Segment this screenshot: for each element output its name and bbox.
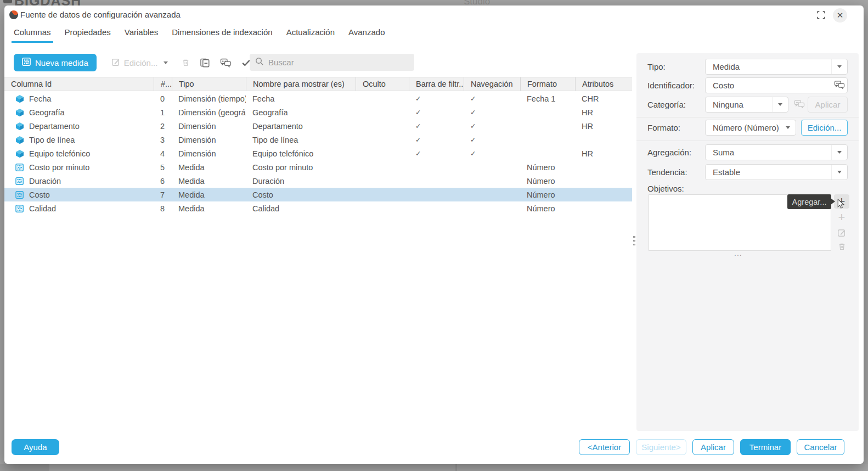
translate-icon[interactable] <box>220 58 232 68</box>
header-nombre[interactable]: Nombre para mostrar (es) <box>246 77 356 91</box>
abacus-icon <box>22 57 31 68</box>
tab-dimensiones-indexacion[interactable]: Dimensiones de indexación <box>170 24 274 43</box>
tab-avanzado[interactable]: Avanzado <box>346 24 387 43</box>
formato-select[interactable]: Número (Número) <box>705 120 796 136</box>
translate-icon-disabled <box>794 99 805 110</box>
table-row[interactable]: Equipo telefónico4DimensiónEquipo telefó… <box>4 147 632 160</box>
header-tipo[interactable]: Tipo <box>172 77 246 91</box>
column-id-cell: Costo <box>4 190 154 199</box>
column-id-cell: Calidad <box>4 204 154 213</box>
tipo-select[interactable]: Medida <box>705 59 848 75</box>
nombre-cell: Calidad <box>246 204 356 213</box>
panel-splitter-handle[interactable] <box>633 236 635 245</box>
apply-button[interactable]: Aplicar <box>692 439 734 455</box>
edicion-formato-button[interactable]: Edición... <box>801 120 848 136</box>
nombre-cell: Equipo telefónico <box>246 149 356 158</box>
nombre-cell: Departamento <box>246 122 356 131</box>
barra-filtro-cell: ✓ <box>409 149 464 158</box>
formato-cell: Fecha 1 <box>520 94 575 103</box>
header-atributos[interactable]: Atributos <box>575 77 632 91</box>
tipo-cell: Medida <box>172 177 246 186</box>
tipo-cell: Dimensión <box>172 149 246 158</box>
tipo-label: Tipo: <box>647 62 666 71</box>
translate-icon[interactable] <box>834 80 845 91</box>
objetivos-resize-handle[interactable]: ... <box>734 249 742 257</box>
table-row[interactable]: Geografía1Dimensión (geográ...Geografía✓… <box>4 105 632 119</box>
column-id-cell: Equipo telefónico <box>4 149 154 158</box>
trash-icon[interactable] <box>182 58 190 67</box>
dialog-tabs: Columnas Propiedades Variables Dimension… <box>12 24 387 43</box>
tipo-cell: Dimensión (geográ... <box>172 108 246 117</box>
tipo-cell: Medida <box>172 163 246 172</box>
cube-icon <box>15 108 24 117</box>
num-cell: 1 <box>154 108 172 117</box>
header-columna-id[interactable]: Columna Id <box>4 77 154 91</box>
identificador-input[interactable] <box>705 77 848 93</box>
help-button[interactable]: Ayuda <box>12 439 59 455</box>
table-row[interactable]: Duración6MedidaDuraciónNúmero <box>4 174 632 188</box>
table-row[interactable]: Calidad8MedidaCalidadNúmero <box>4 201 632 215</box>
categoria-value: Ninguna <box>713 100 772 109</box>
agregar-tooltip: Agregar... <box>787 194 831 209</box>
delete-objective-icon[interactable] <box>834 242 849 251</box>
dialog-title: Fuente de datos de configuración avanzad… <box>20 10 181 19</box>
search-icon <box>255 57 264 68</box>
tipo-cell: Medida <box>172 204 246 213</box>
table-body: Fecha0Dimensión (tiempo)Fecha✓✓Fecha 1CH… <box>4 92 632 215</box>
column-id-cell: Fecha <box>4 94 154 103</box>
search-input[interactable] <box>268 58 409 67</box>
tab-propiedades[interactable]: Propiedades <box>63 24 113 43</box>
tab-variables[interactable]: Variables <box>122 24 160 43</box>
previous-button[interactable]: <Anterior <box>579 439 630 455</box>
panel-divider <box>636 117 859 117</box>
navegacion-cell: ✓ <box>464 108 520 116</box>
tipo-cell: Dimensión <box>172 122 246 131</box>
advanced-config-dialog: Fuente de datos de configuración avanzad… <box>4 5 864 464</box>
cube-icon <box>15 94 24 103</box>
agregacion-select[interactable]: Suma <box>705 144 848 160</box>
tipo-cell: Dimensión <box>172 136 246 144</box>
num-cell: 4 <box>154 149 172 158</box>
app-logo-icon <box>3 0 12 3</box>
tab-actualizacion[interactable]: Actualización <box>284 24 337 43</box>
cube-icon <box>15 136 24 144</box>
table-row[interactable]: Fecha0Dimensión (tiempo)Fecha✓✓Fecha 1CH… <box>4 92 632 105</box>
num-cell: 6 <box>154 177 172 186</box>
table-row[interactable]: Costo7MedidaCostoNúmero <box>4 188 632 201</box>
edit-icon <box>111 58 120 68</box>
chevron-down-icon <box>772 97 788 112</box>
maximize-icon[interactable] <box>817 11 825 19</box>
edit-objective-icon[interactable] <box>834 228 849 237</box>
table-row[interactable]: Tipo de línea3DimensiónTipo de línea✓✓ <box>4 133 632 147</box>
header-navegacion[interactable]: Navegación <box>464 77 520 91</box>
header-barra-filtro[interactable]: Barra de filtr... <box>409 77 464 91</box>
abacus-icon <box>15 190 24 199</box>
panel-divider <box>636 141 859 141</box>
close-icon[interactable]: ✕ <box>833 8 847 23</box>
table-row[interactable]: Costo por minuto5MedidaCosto por minutoN… <box>4 160 632 174</box>
add-objective-secondary-icon[interactable]: + <box>834 211 849 223</box>
header-formato[interactable]: Formato <box>520 77 575 91</box>
new-measure-button[interactable]: Nueva medida <box>14 54 97 71</box>
edit-button-disabled[interactable]: Edición... <box>111 58 168 68</box>
table-row[interactable]: Departamento2DimensiónDepartamento✓✓HR <box>4 119 632 133</box>
next-button[interactable]: Siguiente> <box>636 439 686 455</box>
categoria-select[interactable]: Ninguna <box>705 97 788 113</box>
column-id-cell: Duración <box>4 177 154 186</box>
tendencia-select[interactable]: Estable <box>705 164 848 180</box>
tendencia-label: Tendencia: <box>647 167 687 177</box>
cube-icon <box>15 149 24 158</box>
tab-columnas[interactable]: Columnas <box>12 24 53 43</box>
tipo-cell: Dimensión (tiempo) <box>172 94 246 103</box>
finish-button[interactable]: Terminar <box>740 439 791 455</box>
aplicar-categoria-button[interactable]: Aplicar <box>808 97 848 113</box>
chevron-down-icon <box>831 165 847 180</box>
header-num[interactable]: #... <box>154 77 172 91</box>
dialog-titlebar: Fuente de datos de configuración avanzad… <box>4 5 864 24</box>
header-oculto[interactable]: Oculto <box>356 77 409 91</box>
cards-icon[interactable] <box>200 58 210 68</box>
agregacion-label: Agregación: <box>647 148 691 157</box>
navegacion-cell: ✓ <box>464 122 520 130</box>
measure-properties-panel: Tipo: Medida Identificador: Categoría: N… <box>636 53 859 431</box>
cancel-button[interactable]: Cancelar <box>797 439 844 455</box>
